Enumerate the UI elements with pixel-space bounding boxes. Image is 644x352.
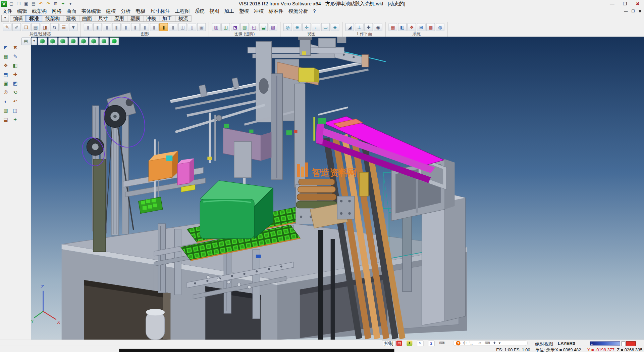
active-layer-label[interactable]: LAYER0	[558, 341, 575, 346]
menu-item[interactable]: ?	[311, 8, 318, 15]
toolbar-icon[interactable]: ⇆	[50, 23, 59, 31]
side-tool-icon[interactable]: ◫	[11, 106, 19, 115]
toolbar-icon[interactable]: ✛	[302, 23, 311, 31]
toolbar-icon[interactable]: ❏	[22, 23, 31, 31]
toolbar-icon[interactable]: ◰	[250, 23, 258, 31]
toolbar-icon[interactable]: ▼	[69, 23, 78, 31]
quick-access-icon[interactable]: ▤	[30, 0, 37, 7]
quick-access-icon[interactable]: ▢	[8, 0, 15, 7]
menu-item[interactable]: 系统	[192, 8, 207, 15]
side-tool-icon[interactable]: ⬓	[2, 116, 10, 124]
toolbar-icon[interactable]: ▭	[321, 23, 330, 31]
ribbon-tab[interactable]: 冲模	[143, 15, 159, 22]
toolbar-icon[interactable]: ⊞	[417, 23, 426, 31]
side-tool-icon[interactable]: ✎	[11, 52, 19, 60]
toolbar-icon[interactable]: ◍	[436, 23, 444, 31]
menu-item[interactable]: 冲模	[251, 8, 266, 15]
toolbar-icon[interactable]: ▤	[31, 23, 40, 31]
side-tool-icon[interactable]: ✖	[11, 43, 19, 51]
line-style-selector[interactable]: 1	[590, 341, 620, 345]
toolbar-icon[interactable]: ✚	[364, 23, 373, 31]
status-keyboard-icon[interactable]: ⌨	[439, 341, 445, 346]
status-book-icon[interactable]: ▤	[396, 341, 402, 346]
toolbar-icon[interactable]: ◎	[283, 23, 292, 31]
side-tool-icon[interactable]: ②	[2, 88, 10, 96]
ribbon-tab[interactable]: 塑膜	[127, 15, 143, 22]
mdi-control-icon[interactable]: ✖	[638, 8, 641, 15]
ime-icon[interactable]: ☺	[478, 341, 482, 346]
toolbar-icon[interactable]: ◫	[221, 23, 230, 31]
ime-icon[interactable]: ’,。	[470, 341, 475, 346]
ribbon-tab[interactable]: 标准	[26, 15, 42, 22]
ribbon-tab[interactable]: 模流	[175, 15, 192, 22]
ime-logo-icon[interactable]: S	[456, 341, 460, 345]
quick-access-icon[interactable]: ▣	[22, 0, 30, 7]
quick-access-icon[interactable]: ▾	[67, 0, 74, 7]
toolbar-icon[interactable]: ▦	[388, 23, 397, 31]
ribbon-tab[interactable]: 加工	[159, 15, 175, 22]
toolbar-icon[interactable]: ▨	[269, 23, 277, 31]
menu-item[interactable]: 实体编辑	[79, 8, 103, 15]
toolbar-icon[interactable]: ✎	[3, 23, 12, 31]
view-cube-icon[interactable]	[58, 37, 68, 45]
menu-item[interactable]: 网格	[49, 8, 64, 15]
menu-item[interactable]: 加工	[222, 8, 236, 15]
toolbar-icon[interactable]: ▩	[426, 23, 435, 31]
menu-item[interactable]: 曲面	[64, 8, 79, 15]
side-tool-icon[interactable]: ▧	[2, 106, 10, 115]
toolbar-icon[interactable]: ↔	[312, 23, 320, 31]
view-cube-icon[interactable]	[79, 37, 88, 45]
toolbar-icon[interactable]: ▮	[159, 23, 168, 31]
ribbon-tab[interactable]: 应用	[111, 15, 127, 22]
side-tool-icon[interactable]: ↶	[11, 97, 19, 105]
toolbar-icon[interactable]: ▣	[197, 23, 206, 31]
view-cube-icon[interactable]	[48, 37, 57, 45]
toolbar-icon[interactable]: ◫	[178, 23, 187, 31]
mdi-control-icon[interactable]: ❐	[632, 8, 635, 15]
toolbar-icon[interactable]: ▮	[141, 23, 149, 31]
toolbar-icon[interactable]: ⊕	[293, 23, 302, 31]
ribbon-tab[interactable]: 尺寸	[95, 15, 111, 22]
menu-item[interactable]: 文件	[0, 8, 15, 15]
side-tool-icon[interactable]: ◩	[11, 79, 19, 87]
menu-item[interactable]: 塑模	[236, 8, 251, 15]
menu-item[interactable]: 工程图	[172, 8, 192, 15]
ribbon-tab[interactable]: 建模	[63, 15, 79, 22]
quick-access-icon[interactable]: ⊞	[52, 0, 59, 7]
quick-access-icon[interactable]: ↶	[37, 0, 44, 7]
ime-icon[interactable]: 中	[463, 341, 467, 346]
side-tool-icon[interactable]: ⬒	[2, 70, 10, 78]
side-tool-icon[interactable]: ▦	[2, 52, 10, 60]
view-cube-icon[interactable]	[110, 37, 119, 45]
toolbar-icon[interactable]: ◢	[345, 23, 354, 31]
ime-icon[interactable]: ✚	[493, 341, 496, 346]
view-cube-icon[interactable]	[99, 37, 109, 45]
viewport-3d[interactable]: 智造资料网 Z X Y	[31, 37, 644, 340]
menu-item[interactable]: 视图	[207, 8, 222, 15]
minimize-button[interactable]: —	[606, 0, 619, 7]
ribbon-tab[interactable]: 编辑	[10, 15, 26, 22]
toolbar-icon[interactable]: ☰	[60, 23, 68, 31]
toolbar-icon[interactable]: ◉	[374, 23, 382, 31]
menu-item[interactable]: 标准件	[266, 8, 286, 15]
control-button[interactable]: 控制	[382, 341, 396, 346]
toolbar-icon[interactable]: ▮	[84, 23, 93, 31]
side-tool-icon[interactable]: ◐	[2, 97, 10, 105]
toolbar-icon[interactable]: ▮	[103, 23, 111, 31]
view-cube-icon[interactable]	[89, 37, 99, 45]
layers-icon[interactable]: ▤	[21, 37, 31, 45]
quick-access-icon[interactable]: ✦	[60, 0, 67, 7]
ribbon-tab[interactable]: 曲面	[79, 15, 95, 22]
toolbar-icon[interactable]: ▥	[212, 23, 221, 31]
menu-item[interactable]: 尺寸标注	[148, 8, 172, 15]
maximize-button[interactable]: ❐	[619, 0, 631, 7]
toolbar-icon[interactable]: ▧	[240, 23, 249, 31]
status-star-icon[interactable]: ✦	[407, 341, 412, 346]
toolbar-icon[interactable]: ⊥	[355, 23, 364, 31]
toolbar-icon[interactable]: ▯	[188, 23, 197, 31]
menu-item[interactable]: 建模	[104, 8, 118, 15]
menu-item[interactable]: 编辑	[15, 8, 30, 15]
toolbar-icon[interactable]: ⬓	[259, 23, 268, 31]
toolbar-icon[interactable]: ✐	[12, 23, 21, 31]
menu-item[interactable]: 线架构	[30, 8, 49, 15]
